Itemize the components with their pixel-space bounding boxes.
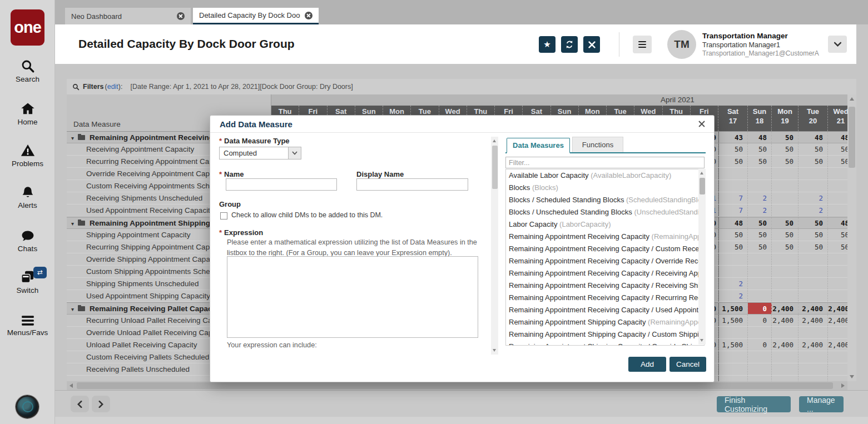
grid-cell[interactable]: 50 [718, 241, 748, 253]
grid-cell[interactable]: 50 [828, 143, 847, 155]
grid-cell[interactable]: 2,400 [828, 315, 847, 326]
grid-cell[interactable]: 50 [772, 241, 798, 253]
grid-cell[interactable] [718, 168, 748, 179]
grid-cell[interactable] [718, 266, 748, 277]
close-icon[interactable] [696, 118, 707, 129]
grid-cell[interactable]: 50 [772, 217, 798, 228]
grid-cell[interactable]: 7 [718, 192, 748, 204]
scroll-down-icon[interactable] [850, 375, 854, 378]
grid-cell[interactable] [798, 253, 828, 265]
grid-cell[interactable]: 1,500 [718, 315, 748, 326]
grid-cell[interactable] [772, 204, 798, 216]
grid-cell[interactable] [798, 266, 828, 277]
grid-cell[interactable] [748, 168, 772, 179]
scroll-down-icon[interactable] [493, 349, 496, 352]
grid-cell[interactable]: 50 [748, 143, 772, 155]
tab-functions[interactable]: Functions [572, 137, 623, 152]
cancel-button[interactable]: Cancel [669, 357, 706, 372]
name-field[interactable] [226, 178, 337, 191]
grid-cell[interactable] [718, 376, 748, 381]
tab-neo-dashboard[interactable]: Neo Dashboard [65, 8, 191, 24]
grid-cell[interactable] [772, 327, 798, 338]
grid-cell[interactable]: 50 [798, 229, 828, 241]
vertical-scroll-thumb[interactable] [849, 107, 855, 168]
grid-cell[interactable] [772, 376, 798, 381]
grid-cell[interactable]: 2 [798, 204, 828, 216]
grid-cell[interactable]: 50 [828, 229, 847, 241]
manage-button[interactable]: Manage ... [799, 396, 844, 412]
user-initials-avatar[interactable]: TM [667, 30, 696, 59]
grid-cell[interactable] [718, 363, 748, 375]
grid-cell[interactable] [772, 278, 798, 290]
grid-horizontal-scrollbar[interactable] [67, 381, 847, 390]
horizontal-scroll-thumb[interactable] [77, 382, 833, 389]
scroll-up-icon[interactable] [493, 139, 496, 142]
grid-cell[interactable]: 2,400 [772, 303, 798, 314]
grid-cell[interactable] [718, 180, 748, 192]
grid-cell[interactable]: 0 [748, 315, 772, 326]
measure-list-item[interactable]: Remaining Appointment Receiving Capacity… [506, 255, 704, 267]
grid-cell[interactable]: 50 [772, 156, 798, 167]
grid-cell[interactable] [828, 363, 847, 375]
caret-down-icon[interactable]: ▾ [71, 135, 74, 141]
grid-cell[interactable] [772, 253, 798, 265]
grid-cell[interactable]: 0 [748, 303, 772, 314]
grid-cell[interactable]: 50 [798, 217, 828, 228]
grid-cell[interactable] [748, 253, 772, 265]
grid-cell[interactable] [828, 278, 847, 290]
expression-textarea[interactable] [227, 256, 478, 338]
grid-cell[interactable] [748, 327, 772, 338]
grid-cell[interactable]: 50 [718, 143, 748, 155]
day-column-header[interactable]: Sun18 [748, 106, 772, 131]
grid-cell[interactable]: 2,400 [798, 315, 828, 326]
grid-cell[interactable] [828, 266, 847, 277]
grid-cell[interactable]: 1,500 [718, 303, 748, 314]
measure-filter-input[interactable] [505, 157, 705, 168]
sidebar-item-chats[interactable]: Chats [0, 227, 55, 253]
grid-cell[interactable] [772, 290, 798, 302]
grid-cell[interactable]: 50 [798, 143, 828, 155]
grid-cell[interactable] [828, 351, 847, 363]
grid-cell[interactable]: 7 [718, 204, 748, 216]
measure-list-item[interactable]: Labor Capacity (LaborCapacity) [506, 218, 704, 231]
grid-cell[interactable]: 2,400 [828, 303, 847, 314]
header-menu-button[interactable] [633, 36, 652, 53]
measure-list-item[interactable]: Remaining Appointment Receiving Capacity… [506, 243, 704, 255]
caret-down-icon[interactable]: ▾ [71, 221, 74, 227]
grid-cell[interactable]: 1,500 [718, 339, 748, 351]
grid-cell[interactable] [772, 351, 798, 363]
grid-cell[interactable]: 48 [748, 132, 772, 143]
grid-cell[interactable] [748, 376, 772, 381]
form-scroll-thumb[interactable] [492, 146, 498, 189]
grid-cell[interactable]: 50 [718, 156, 748, 167]
grid-cell[interactable]: 50 [748, 217, 772, 228]
grid-cell[interactable]: 50 [772, 132, 798, 143]
grid-cell[interactable]: 50 [828, 241, 847, 253]
grid-cell[interactable]: 50 [798, 156, 828, 167]
grid-cell[interactable] [798, 363, 828, 375]
finish-customizing-button[interactable]: Finish Customizing [717, 396, 791, 412]
grid-cell[interactable] [828, 204, 847, 216]
grid-cell[interactable] [748, 266, 772, 277]
grid-cell[interactable]: 50 [772, 143, 798, 155]
user-menu-toggle[interactable] [828, 36, 847, 53]
scroll-right-icon[interactable] [841, 383, 845, 388]
scroll-down-icon[interactable] [700, 339, 703, 342]
grid-cell[interactable]: 50 [828, 156, 847, 167]
measure-list-item[interactable]: Remaining Appointment Receiving Capacity… [506, 231, 704, 243]
grid-cell[interactable]: 50 [748, 241, 772, 253]
grid-cell[interactable]: 2,400 [798, 303, 828, 314]
day-column-header[interactable]: Sat17 [718, 106, 748, 131]
sidebar-item-switch[interactable]: ⇄ Switch [0, 269, 55, 295]
group-checkbox[interactable] [220, 212, 227, 220]
grid-cell[interactable]: 48 [828, 217, 847, 228]
grid-cell[interactable]: 2 [718, 278, 748, 290]
sidebar-item-alerts[interactable]: Alerts [0, 184, 55, 209]
measure-list-item[interactable]: Remaining Appointment Receiving Capacity… [506, 280, 704, 292]
grid-cell[interactable] [828, 253, 847, 265]
grid-cell[interactable] [798, 351, 828, 363]
previous-page-button[interactable] [71, 396, 89, 412]
data-measure-type-select[interactable]: Computed [219, 147, 301, 159]
grid-cell[interactable] [772, 192, 798, 204]
measure-list-item[interactable]: Blocks / Unscheduled Standing Blocks (Un… [506, 206, 704, 218]
